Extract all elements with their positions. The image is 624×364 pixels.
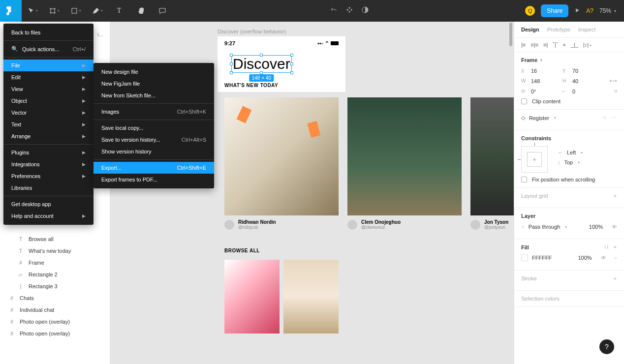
selection-handle[interactable]	[230, 54, 233, 57]
card-3[interactable]: Jon Tyson@jontyson	[470, 97, 514, 234]
tab-design[interactable]: Design	[521, 27, 539, 32]
discover-title-selected[interactable]: Discover 148 × 40	[231, 55, 292, 73]
selection-handle[interactable]	[260, 54, 263, 57]
menu-text[interactable]: Text▶	[3, 119, 94, 130]
menu-quick-actions[interactable]: 🔍Quick actions...Ctrl+/	[3, 43, 94, 55]
add-stroke-icon[interactable]: +	[614, 275, 617, 281]
card-2[interactable]: Clem Onojeghuo@clemono2	[347, 97, 462, 234]
layout-grid-label[interactable]: Layout grid	[521, 193, 548, 199]
pen-tool[interactable]: ▾	[87, 0, 108, 22]
layer-indiv-chat[interactable]: #Individual chat	[0, 304, 110, 316]
comment-tool[interactable]	[152, 0, 173, 22]
figma-menu-button[interactable]: ▾	[0, 0, 22, 22]
layer-photo-open-2[interactable]: #Photo open (overlay)	[0, 328, 110, 339]
menu-save-local[interactable]: Save local copy...	[94, 122, 214, 134]
style-icon[interactable]: ⁘	[602, 115, 607, 121]
fill-hex-input[interactable]: FFFFFF	[532, 255, 552, 261]
help-button[interactable]: ?	[599, 339, 614, 354]
menu-vector[interactable]: Vector▶	[3, 107, 94, 119]
menu-plugins[interactable]: Plugins▶	[3, 147, 94, 158]
tab-prototype[interactable]: Prototype	[547, 27, 570, 32]
eye-icon[interactable]: 👁	[612, 224, 617, 230]
present-icon[interactable]	[574, 6, 580, 15]
stroke-label[interactable]: Stroke	[521, 275, 537, 281]
fill-swatch[interactable]	[521, 254, 528, 261]
align-vcenter-icon[interactable]: +	[562, 42, 565, 48]
more-icon[interactable]: ⋯	[611, 115, 617, 121]
fix-position-checkbox[interactable]	[521, 177, 527, 182]
h-constraint-select[interactable]: Left	[567, 150, 576, 155]
hand-tool[interactable]	[130, 0, 152, 22]
add-fill-icon[interactable]: +	[614, 244, 617, 250]
menu-view[interactable]: View▶	[3, 83, 94, 95]
layer-frame[interactable]: #Frame	[0, 257, 110, 269]
menu-new-design[interactable]: New design file	[94, 66, 214, 78]
menu-export-pdf[interactable]: Export frames to PDF...	[94, 174, 214, 185]
align-right-icon[interactable]: ≡|	[543, 42, 548, 48]
align-top-icon[interactable]: ‾|‾	[553, 42, 558, 48]
menu-arrange[interactable]: Arrange▶	[3, 130, 94, 142]
menu-images[interactable]: ImagesCtrl+Shift+K	[94, 106, 214, 118]
fill-opacity-input[interactable]: 100%	[578, 255, 592, 261]
share-button[interactable]: Share	[541, 4, 568, 17]
menu-integrations[interactable]: Integrations▶	[3, 158, 94, 170]
grid-image-2[interactable]	[283, 260, 339, 334]
y-input[interactable]: 70	[572, 68, 600, 74]
frame-section-title[interactable]: Frame▾	[521, 57, 617, 63]
radius-input[interactable]: 0	[572, 89, 600, 94]
menu-object[interactable]: Object▶	[3, 95, 94, 107]
align-bottom-icon[interactable]: _|_	[571, 42, 578, 48]
card-1[interactable]: Ridhwan Nordin@ridzjcob	[224, 97, 339, 234]
v-constraint-select[interactable]: Top	[564, 159, 573, 165]
move-tool[interactable]: ▾	[22, 0, 43, 22]
selection-handle[interactable]	[230, 62, 233, 65]
layer-rect3[interactable]: |Rectangle 3	[0, 280, 110, 292]
constraints-widget[interactable]: +	[521, 146, 548, 173]
a-indicator[interactable]: A?	[586, 7, 593, 14]
grid-image-1[interactable]	[224, 260, 280, 334]
menu-new-figjam[interactable]: New FigJam file	[94, 78, 214, 90]
h-input[interactable]: 40	[572, 78, 600, 84]
menu-back-to-files[interactable]: Back to files	[3, 27, 94, 38]
scrollbar-thumb[interactable]	[509, 23, 512, 46]
frame-discover[interactable]: 9:27 ▪▪▫ ⌃ Discover 148 × 40 WHAT'S NEW	[218, 36, 345, 92]
rotation-input[interactable]: 0°	[531, 89, 559, 94]
corner-radius-icon[interactable]: ⌗	[614, 88, 617, 94]
layer-whats-new[interactable]: TWhat's new today	[0, 245, 110, 257]
menu-desktop-app[interactable]: Get desktop app	[3, 198, 94, 210]
register-label[interactable]: Register	[529, 115, 549, 121]
distribute-icon[interactable]: |↕|▾	[583, 42, 592, 48]
menu-edit[interactable]: Edit▶	[3, 71, 94, 83]
menu-show-version[interactable]: Show version history	[94, 146, 214, 157]
remove-fill-icon[interactable]: −	[614, 255, 617, 261]
menu-preferences[interactable]: Preferences▶	[3, 170, 94, 182]
user-avatar[interactable]: Q	[525, 6, 535, 16]
add-icon[interactable]: +	[614, 193, 617, 199]
undo-icon[interactable]	[330, 6, 338, 16]
clip-content-checkbox[interactable]	[521, 98, 527, 104]
blend-mode-select[interactable]: Pass through	[529, 224, 561, 230]
menu-file[interactable]: File▶	[3, 60, 94, 71]
tab-inspect[interactable]: Inspect	[578, 27, 595, 32]
menu-export[interactable]: Export...Ctrl+Shift+E	[94, 162, 214, 174]
frame-label[interactable]: Discover (overflow behavior)	[218, 29, 286, 34]
zoom-dropdown[interactable]: 75%▾	[599, 7, 616, 14]
menu-libraries[interactable]: Libraries	[3, 182, 94, 194]
menu-help[interactable]: Help and account▶	[3, 210, 94, 222]
components-icon[interactable]	[345, 6, 353, 16]
frame-tool[interactable]: ▾	[43, 0, 65, 22]
mask-icon[interactable]	[361, 6, 369, 16]
menu-new-sketch[interactable]: New from Sketch file...	[94, 90, 214, 101]
layer-rect2[interactable]: ▱Rectangle 2	[0, 269, 110, 280]
layer-chats[interactable]: #Chats	[0, 292, 110, 304]
x-input[interactable]: 16	[531, 68, 559, 74]
link-wh-icon[interactable]: ⟷	[609, 78, 617, 84]
shape-tool[interactable]: ▾	[65, 0, 87, 22]
align-hcenter-icon[interactable]: ≡|≡	[530, 42, 538, 48]
layer-photo-open-1[interactable]: #Photo open (overlay)	[0, 316, 110, 328]
layer-browse-all[interactable]: TBrowse all	[0, 233, 110, 245]
style-icon[interactable]: ⁞⁞	[604, 244, 609, 250]
selection-handle[interactable]	[290, 71, 293, 74]
selection-handle[interactable]	[290, 62, 293, 65]
align-left-icon[interactable]: |≡	[521, 42, 526, 48]
